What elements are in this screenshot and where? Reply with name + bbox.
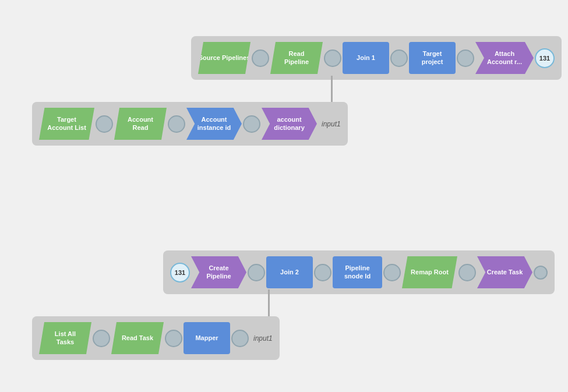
connector-6 <box>168 115 185 133</box>
node-mapper[interactable]: Mapper <box>184 322 230 354</box>
node-remap-root[interactable]: Remap Root <box>402 256 457 288</box>
connector-13 <box>93 330 110 347</box>
node-read-pipeline[interactable]: ReadPipeline <box>270 42 323 74</box>
pipeline-canvas: Source Pipelines ReadPipeline Join 1 Tar… <box>0 0 568 392</box>
connector-3 <box>390 50 408 67</box>
connector-5 <box>96 115 113 133</box>
node-join2[interactable]: Join 2 <box>266 256 313 288</box>
connector-14 <box>165 330 182 347</box>
connector-12 <box>534 266 548 280</box>
node-target-account-list[interactable]: TargetAccount List <box>39 108 94 140</box>
badge-131-top: 131 <box>535 48 555 68</box>
node-attach-account[interactable]: AttachAccount r... <box>475 42 534 74</box>
connector-9 <box>314 264 331 281</box>
node-list-all-tasks[interactable]: List AllTasks <box>39 322 91 354</box>
connector-11 <box>458 264 476 281</box>
connector-4 <box>457 50 474 67</box>
node-create-task[interactable]: Create Task <box>477 256 532 288</box>
input-label-2: input1 <box>253 334 273 342</box>
pipeline2-row2-wrapper: List AllTasks Read Task Mapper input1 <box>32 316 280 360</box>
connector-15 <box>231 330 249 347</box>
node-account-read[interactable]: AccountRead <box>114 108 167 140</box>
node-source-pipelines[interactable]: Source Pipelines <box>198 42 251 74</box>
node-target-project[interactable]: Targetproject <box>409 42 456 74</box>
pipeline1-row2-wrapper: TargetAccount List AccountRead Accountin… <box>32 102 348 146</box>
node-create-pipeline[interactable]: CreatePipeline <box>191 256 246 288</box>
input-label-1: input1 <box>322 120 341 128</box>
node-join1[interactable]: Join 1 <box>343 42 389 74</box>
connector-8 <box>248 264 265 281</box>
node-account-dictionary[interactable]: accountdictionary <box>262 108 317 140</box>
node-pipeline-snode-id[interactable]: Pipelinesnode Id <box>333 256 382 288</box>
node-read-task[interactable]: Read Task <box>111 322 164 354</box>
pipeline2-row1-wrapper: 131 CreatePipeline Join 2 Pipelinesnode … <box>163 250 555 294</box>
connector-1 <box>252 50 269 67</box>
pipeline1-row1-wrapper: Source Pipelines ReadPipeline Join 1 Tar… <box>191 36 562 80</box>
node-account-instance-id[interactable]: Accountinstance id <box>186 108 242 140</box>
connector-10 <box>383 264 401 281</box>
connector-2 <box>324 50 341 67</box>
connector-7 <box>243 115 260 133</box>
badge-131-bottom: 131 <box>170 263 190 282</box>
